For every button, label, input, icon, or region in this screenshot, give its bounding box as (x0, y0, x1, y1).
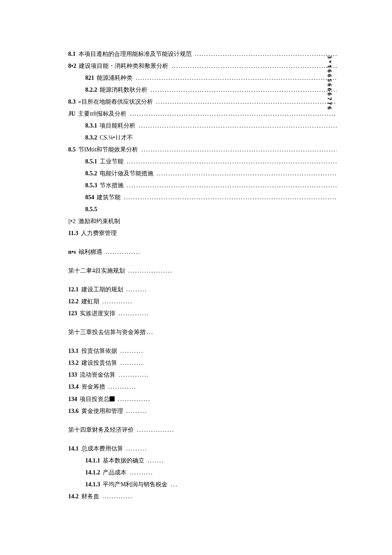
toc-entry-title: 工业节能 (100, 159, 124, 165)
leader-dots (127, 111, 337, 117)
leader-dots (154, 171, 337, 177)
toc-entry: 8.5.5 (85, 206, 337, 212)
toc-entry-title: 福利梆遇 (78, 249, 102, 255)
leader-dots (136, 123, 337, 129)
toc-entry-title: 平均产M利润与销售税金 (103, 482, 167, 488)
toc-entry-title: CS.⅛•11才不 (100, 135, 133, 141)
toc-entry-number: 12.2 (68, 299, 79, 305)
toc-entry-number: 14.1 (68, 446, 79, 452)
toc-entry: 8.5.2 电能计做及节能措施 (85, 171, 337, 177)
toc-section-14: 14.1 总成本费用估算 .........14.1.1 基本数据的确立 ...… (68, 446, 196, 500)
toc-entry: 8.5.3 节水措施 (85, 183, 337, 189)
toc-section-ns: n•s福利梆遇 ............... (68, 249, 196, 255)
toc-entry: 11.3人力费寮管理 (68, 230, 337, 236)
toc-entry-number: 854 (85, 195, 94, 200)
leader-dots (133, 75, 337, 81)
toc-entry: 8.5 节IMtit和节能效果分析 (68, 147, 337, 153)
toc-entry: ||•2激励和约束机制 (68, 218, 337, 224)
toc-entry: 8.2.2能源消耗数耿分析 (85, 87, 337, 93)
leader-dots (139, 147, 337, 153)
toc-entry: 8.3«目所在地能舂供应状况分析 (68, 99, 337, 105)
toc-entry: 12.2 建虹期 ............. (68, 299, 196, 305)
toc-entry: 14.2 财务血 ............. (68, 494, 196, 500)
toc-entry: JU主要ttft报标及分析 (68, 111, 337, 117)
toc-entry-number: 13.4 (68, 384, 79, 390)
toc-entry-number: 123 (68, 311, 77, 317)
leader-dots: .......... (118, 348, 144, 354)
toc-entry-title: 建设项目能・消耗种类和敷景分析 (79, 63, 168, 69)
leader-dots: .......... (127, 470, 153, 476)
leader-dots (121, 195, 337, 200)
toc-entry: 14.1.2 产品成本 .......... (85, 470, 196, 476)
toc-entry-number: 14.2 (68, 494, 79, 500)
toc-entry: 8.1本项目遵粕的合理用能标准及节能设计规范 (68, 51, 337, 57)
toc-section-8: 8.1本项目遵粕的合理用能标准及节能设计规范8•2建设项目能・消耗种类和敷景分析… (68, 51, 337, 236)
leader-dots: ... (147, 329, 154, 335)
toc-entry-title: 人力费寮管理 (81, 230, 117, 236)
toc-entry-number: 11.3 (68, 230, 78, 236)
chapter-14-heading: 第十四章财务及经济评价 ................ (68, 427, 196, 433)
vertical-margin-note: 3*t665666776 (327, 55, 332, 111)
toc-entry: 854建筑节能 (85, 195, 337, 200)
leader-dots: ............. (116, 372, 149, 378)
toc-entry-title: 资金筹措 (81, 384, 105, 390)
toc-entry-title: 主要ttft报标及分析 (78, 111, 127, 117)
toc-entry-number: 8.5.1 (85, 159, 97, 165)
toc-entry: 123实族进度安排 ............. (68, 311, 196, 317)
chapter-14-title: 第十四章财务及经济评价 (68, 427, 134, 433)
toc-entry-title: 财务血 (81, 494, 99, 500)
toc-entry-title: 投责估算依据 (81, 348, 117, 354)
leader-dots: ............. (116, 311, 149, 317)
toc-entry: 14.1.3 平均产M利润与销售税金 ... (85, 482, 196, 488)
leader-dots: ............... (103, 249, 141, 255)
toc-entry-title: 建设工期的规划 (81, 287, 123, 293)
toc-entry: 13.4 资金筹措 ............ (68, 384, 196, 390)
leader-dots: ................... (126, 268, 173, 274)
toc-entry-number: 8.3 (68, 99, 76, 105)
toc-entry-number: 8.5 (68, 147, 76, 153)
toc-entry-number: 8.1 (68, 51, 76, 57)
toc-entry-title: 流动资金估算 (80, 372, 115, 378)
toc-entry-number: 8.3.1 (85, 123, 97, 129)
leader-dots: .............. (115, 396, 151, 402)
toc-entry-number: JU (68, 111, 75, 117)
toc-entry-number: 14.1.3 (85, 482, 100, 488)
toc-entry-title: 产品成本 (103, 470, 127, 476)
toc-entry-number: 8.5.5 (85, 206, 97, 212)
chapter-13-title: 第十三章投去估算与资金筹措 (68, 329, 146, 335)
toc-entry-title: 基本数据的确立 (103, 458, 144, 464)
toc-entry-title: 激励和约束机制 (78, 218, 120, 224)
toc-entry: 13.1 投责估算依据 .......... (68, 348, 196, 354)
toc-entry-number: 8.3.2 (85, 135, 97, 141)
toc-entry-number: n•s (68, 249, 76, 255)
toc-entry-title: «目所在地能舂供应状况分析 (78, 99, 153, 105)
toc-entry: 14.1 总成本费用估算 ......... (68, 446, 196, 452)
toc-entry: n•s福利梆遇 ............... (68, 249, 196, 255)
toc-entry-title: 节IMtit和节能效果分析 (78, 147, 138, 153)
leader-dots: ............. (100, 299, 133, 305)
leader-dots: ......... (124, 408, 147, 414)
toc-entry-number: 133 (68, 372, 77, 378)
toc-entry-number: 12.1 (68, 287, 79, 293)
toc-section-13: 13.1 投责估算依据 ..........13.2 建设投贵估算 ......… (68, 348, 196, 414)
toc-entry: 8•2建设项目能・消耗种类和敷景分析 (68, 63, 337, 69)
toc-entry-number: 8•2 (68, 63, 76, 69)
toc-entry-number: 134 (68, 396, 77, 402)
toc-entry-title: 能源消耗数耿分析 (100, 87, 147, 93)
toc-entry-title: 能源浦耗种类 (97, 75, 133, 81)
leader-dots: ... (168, 482, 178, 488)
black-square-icon (110, 396, 115, 401)
toc-entry-title: 建虹期 (81, 299, 99, 305)
leader-dots: ................ (135, 427, 175, 433)
toc-entry: 8.5.1 工业节能 (85, 159, 337, 165)
leader-dots: ......... (124, 287, 147, 293)
toc-entry-number: 8.2.2 (85, 87, 97, 93)
toc-entry-title: 黄金使用和管理 (81, 408, 123, 414)
leader-dots (148, 87, 337, 93)
toc-entry: 821能源浦耗种类 (85, 75, 337, 81)
toc-entry-title: 实族进度安排 (80, 311, 115, 317)
toc-entry: 14.1.1 基本数据的确立 ....... (85, 458, 196, 464)
leader-dots: ....... (145, 458, 164, 464)
leader-dots (124, 183, 337, 189)
leader-dots: .......... (118, 360, 144, 366)
